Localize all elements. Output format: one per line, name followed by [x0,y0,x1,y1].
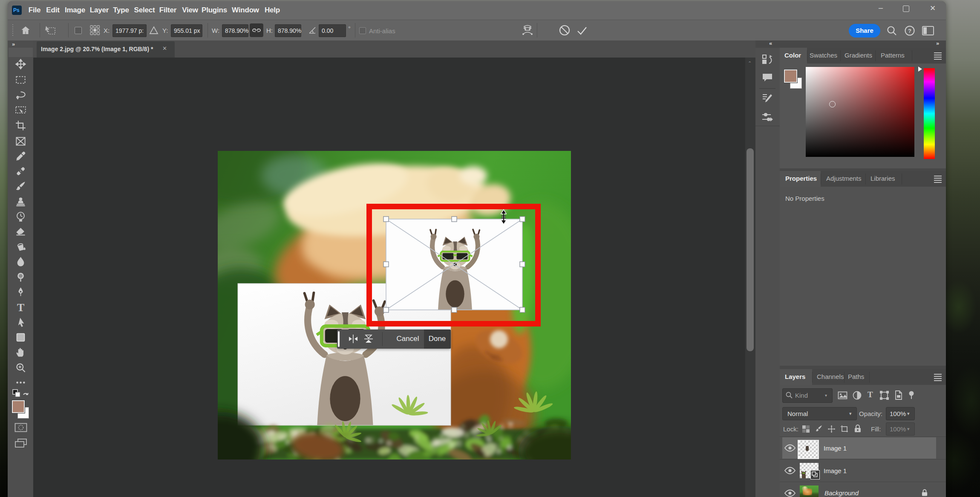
svg-text:?: ? [908,28,911,34]
svg-text:T: T [17,301,24,313]
